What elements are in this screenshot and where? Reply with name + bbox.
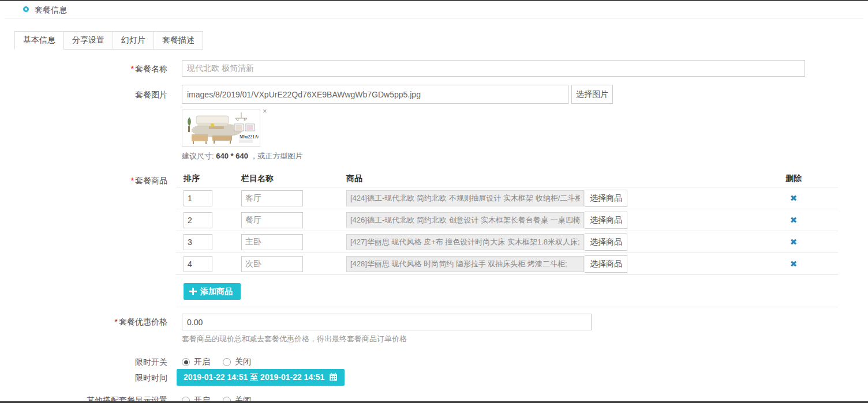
radio-circle-on[interactable]: [182, 358, 190, 366]
package-products-label: *套餐商品: [0, 176, 167, 186]
delete-row-icon[interactable]: ✖: [779, 236, 808, 248]
time-range-label: 限时时间: [0, 373, 167, 383]
delete-row-icon[interactable]: ✖: [779, 258, 808, 270]
col-header-product: 商品: [346, 174, 362, 184]
product-readonly-input[interactable]: [346, 256, 584, 272]
page-header: 套餐信息: [5, 2, 863, 18]
package-name-label: *套餐名称: [0, 64, 167, 74]
choose-image-button[interactable]: 选择图片: [571, 85, 613, 104]
category-input[interactable]: [241, 256, 303, 272]
time-switch-label: 限时开关: [0, 357, 167, 368]
furniture-scene-image: M\u221AGIC: [184, 111, 259, 145]
category-input[interactable]: [241, 234, 303, 250]
col-header-delete: 删除: [779, 174, 808, 184]
required-asterisk: *: [115, 317, 118, 326]
choose-product-button[interactable]: 选择商品: [585, 255, 627, 273]
package-info-page: 套餐信息 基本信息 分享设置 幻灯片 套餐描述 *套餐名称 套餐图片 选择图片: [0, 0, 868, 403]
package-price-label: *套餐优惠价格: [0, 317, 167, 327]
tab-slideshow[interactable]: 幻灯片: [113, 31, 154, 50]
delete-row-icon[interactable]: ✖: [779, 214, 808, 226]
remove-image-icon[interactable]: ×: [263, 107, 267, 115]
col-header-sort: 排序: [184, 174, 200, 184]
tab-package-description[interactable]: 套餐描述: [154, 31, 203, 50]
time-switch-radios: 开启 关闭: [182, 357, 251, 367]
product-readonly-input[interactable]: [346, 212, 584, 228]
svg-text:M\u221AGIC: M\u221AGIC: [240, 134, 259, 140]
package-name-input[interactable]: [182, 60, 805, 77]
calendar-icon: [329, 372, 338, 383]
sort-input[interactable]: [184, 190, 212, 206]
package-image-path-input[interactable]: [182, 85, 568, 104]
radio-on[interactable]: 开启: [182, 357, 210, 367]
divider: [176, 307, 838, 307]
package-image-label: 套餐图片: [0, 90, 167, 100]
package-price-input[interactable]: [182, 314, 592, 330]
image-thumbnail: M\u221AGIC: [182, 110, 260, 147]
product-row: 选择商品 ✖: [176, 253, 838, 275]
circle-icon: [23, 6, 29, 12]
price-help-text: 套餐商品的现价总和减去套餐优惠价格，得出最终套餐商品订单价格: [182, 334, 407, 344]
required-asterisk: *: [131, 64, 134, 73]
products-table: 排序 栏目名称 商品 删除 选择商品 ✖ 选择商品 ✖ 选择商品 ✖: [176, 172, 838, 275]
window-top-edge: [0, 0, 868, 1]
product-row: 选择商品 ✖: [176, 187, 838, 209]
choose-product-button[interactable]: 选择商品: [585, 233, 627, 251]
delete-row-icon[interactable]: ✖: [779, 193, 808, 204]
choose-product-button[interactable]: 选择商品: [585, 212, 627, 229]
image-size-hint: 建议尺寸: 640 * 640 ，或正方型图片: [182, 151, 303, 161]
sort-input[interactable]: [184, 234, 212, 250]
tab-share-settings[interactable]: 分享设置: [63, 31, 113, 50]
choose-product-button[interactable]: 选择商品: [585, 190, 627, 207]
category-input[interactable]: [241, 190, 303, 206]
products-table-header: 排序 栏目名称 商品 删除: [176, 172, 838, 187]
tab-basic-info[interactable]: 基本信息: [14, 31, 64, 50]
sort-input[interactable]: [184, 256, 212, 272]
add-product-button[interactable]: 添加商品: [184, 283, 241, 300]
required-asterisk: *: [131, 176, 134, 185]
product-readonly-input[interactable]: [346, 190, 584, 206]
plus-icon: [189, 288, 197, 295]
product-row: 选择商品 ✖: [176, 209, 838, 231]
product-row: 选择商品 ✖: [176, 231, 838, 253]
product-readonly-input[interactable]: [346, 234, 584, 250]
page-title: 套餐信息: [35, 5, 67, 16]
tab-bar: 基本信息 分享设置 幻灯片 套餐描述: [14, 31, 203, 50]
date-range-button[interactable]: 2019-01-22 14:51 至 2019-01-22 14:51: [177, 369, 345, 386]
radio-circle-off[interactable]: [223, 358, 231, 366]
col-header-category: 栏目名称: [241, 174, 274, 184]
radio-off[interactable]: 关闭: [223, 357, 251, 367]
category-input[interactable]: [241, 212, 303, 228]
sort-input[interactable]: [184, 212, 212, 228]
